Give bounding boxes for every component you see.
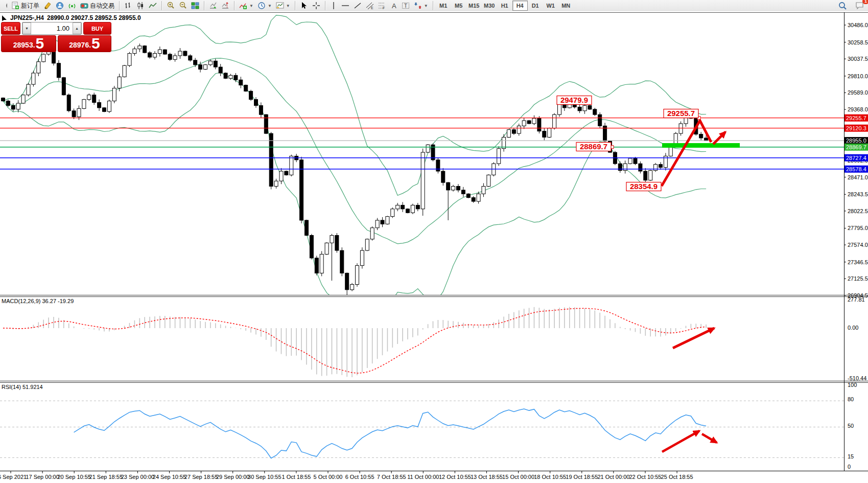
chart-symbol-period: JPN225-,H4 xyxy=(10,14,44,21)
sell-price-big-digit: 5 xyxy=(36,36,44,51)
chart-ohlc-values: 28990.0 29027.5 28952.5 28955.0 xyxy=(47,14,141,21)
svg-text:29 Sep 00:00: 29 Sep 00:00 xyxy=(216,474,249,480)
svg-text:29120.3: 29120.3 xyxy=(846,125,866,131)
rsi-current-value: 51.9214 xyxy=(22,384,43,390)
volume-increase-button[interactable]: ▲ xyxy=(73,22,81,34)
svg-text:29479.9: 29479.9 xyxy=(560,96,588,104)
symbol-marker-icon xyxy=(2,15,7,21)
rsi-name: RSI(14) xyxy=(2,384,21,390)
svg-text:0: 0 xyxy=(848,464,851,470)
svg-text:28471.0: 28471.0 xyxy=(848,174,868,180)
buy-price-panel[interactable]: 28976. 5 xyxy=(58,35,111,52)
svg-text:19 Oct 18:55: 19 Oct 18:55 xyxy=(566,474,598,480)
buy-button[interactable]: BUY xyxy=(83,22,111,35)
svg-text:6 Oct 10:55: 6 Oct 10:55 xyxy=(345,474,374,480)
svg-text:17 Sep 00:00: 17 Sep 00:00 xyxy=(26,474,59,480)
svg-text:28022.5: 28022.5 xyxy=(848,208,868,214)
svg-text:11 Oct 00:00: 11 Oct 00:00 xyxy=(407,474,439,480)
macd-name: MACD(12,26,9) xyxy=(2,298,40,304)
svg-text:24 Sep 10:55: 24 Sep 10:55 xyxy=(153,474,186,480)
svg-text:29810.0: 29810.0 xyxy=(848,73,868,79)
svg-text:28955.0: 28955.0 xyxy=(846,137,866,144)
svg-text:50: 50 xyxy=(848,423,854,429)
chart-area[interactable]: 29479.929255.728869.728354.930486.030258… xyxy=(0,0,868,483)
svg-text:29589.0: 29589.0 xyxy=(848,89,868,96)
svg-text:27795.0: 27795.0 xyxy=(848,225,868,231)
volume-value[interactable]: 1.00 xyxy=(31,22,73,34)
svg-text:13 Oct 18:55: 13 Oct 18:55 xyxy=(471,474,503,480)
svg-text:30 Sep 10:55: 30 Sep 10:55 xyxy=(248,474,281,480)
svg-text:-510.44: -510.44 xyxy=(848,375,866,381)
svg-text:28869.7: 28869.7 xyxy=(580,142,607,151)
svg-text:15 Oct 00:00: 15 Oct 00:00 xyxy=(502,474,534,480)
buy-price-main: 28976. xyxy=(69,39,91,51)
svg-text:27346.5: 27346.5 xyxy=(848,259,868,265)
svg-text:22 Oct 10:55: 22 Oct 10:55 xyxy=(629,474,662,480)
volume-decrease-button[interactable]: ▼ xyxy=(22,22,31,34)
svg-text:30486.0: 30486.0 xyxy=(848,22,868,28)
svg-text:16 Sep 2021: 16 Sep 2021 xyxy=(0,474,27,480)
svg-text:27574.0: 27574.0 xyxy=(848,242,868,248)
macd-current-values: 36.27 -19.29 xyxy=(42,298,74,304)
chart-canvas[interactable]: 29479.929255.728869.728354.930486.030258… xyxy=(0,0,868,483)
svg-text:0.00: 0.00 xyxy=(848,325,858,331)
svg-text:28869.7: 28869.7 xyxy=(846,144,866,150)
svg-text:21 Sep 18:55: 21 Sep 18:55 xyxy=(89,474,123,480)
one-click-trading-panel: SELL ▼ 1.00 ▲ BUY 28953. 5 28976. 5 xyxy=(1,22,111,52)
svg-text:27125.5: 27125.5 xyxy=(848,275,868,282)
svg-text:29255.7: 29255.7 xyxy=(846,115,866,121)
chart-title: JPN225-,H4 28990.0 29027.5 28952.5 28955… xyxy=(2,14,141,21)
svg-text:18 Oct 10:55: 18 Oct 10:55 xyxy=(534,474,566,480)
svg-text:29255.7: 29255.7 xyxy=(667,109,695,118)
svg-text:28727.4: 28727.4 xyxy=(846,155,866,161)
svg-text:27 Sep 18:55: 27 Sep 18:55 xyxy=(184,474,218,480)
svg-text:28354.9: 28354.9 xyxy=(630,182,658,191)
sell-button[interactable]: SELL xyxy=(1,22,20,35)
svg-text:25 Oct 18:55: 25 Oct 18:55 xyxy=(661,474,693,480)
buy-price-big-digit: 5 xyxy=(91,36,100,51)
svg-text:28243.5: 28243.5 xyxy=(848,191,868,197)
volume-stepper: ▼ 1.00 ▲ xyxy=(22,22,82,35)
svg-text:30037.5: 30037.5 xyxy=(848,56,868,62)
svg-text:12 Oct 10:55: 12 Oct 10:55 xyxy=(439,474,471,480)
svg-text:5 Oct 00:00: 5 Oct 00:00 xyxy=(314,474,343,480)
svg-text:7 Oct 18:55: 7 Oct 18:55 xyxy=(377,474,406,480)
svg-text:20 Sep 10:55: 20 Sep 10:55 xyxy=(57,474,90,480)
svg-text:1 Oct 18:55: 1 Oct 18:55 xyxy=(281,474,311,480)
svg-text:21 Oct 00:00: 21 Oct 00:00 xyxy=(597,474,629,480)
svg-text:15: 15 xyxy=(848,453,854,459)
macd-indicator-label: MACD(12,26,9) 36.27 -19.29 xyxy=(2,298,74,304)
svg-text:23 Sep 00:00: 23 Sep 00:00 xyxy=(121,474,154,480)
svg-text:80: 80 xyxy=(848,396,854,402)
svg-text:29368.0: 29368.0 xyxy=(848,106,868,112)
svg-text:28578.4: 28578.4 xyxy=(846,166,866,172)
sell-price-main: 28953. xyxy=(13,39,35,51)
sell-price-panel[interactable]: 28953. 5 xyxy=(1,35,56,52)
svg-text:30258.5: 30258.5 xyxy=(848,39,868,45)
rsi-indicator-label: RSI(14) 51.9214 xyxy=(2,384,43,390)
svg-text:277.81: 277.81 xyxy=(848,296,865,303)
